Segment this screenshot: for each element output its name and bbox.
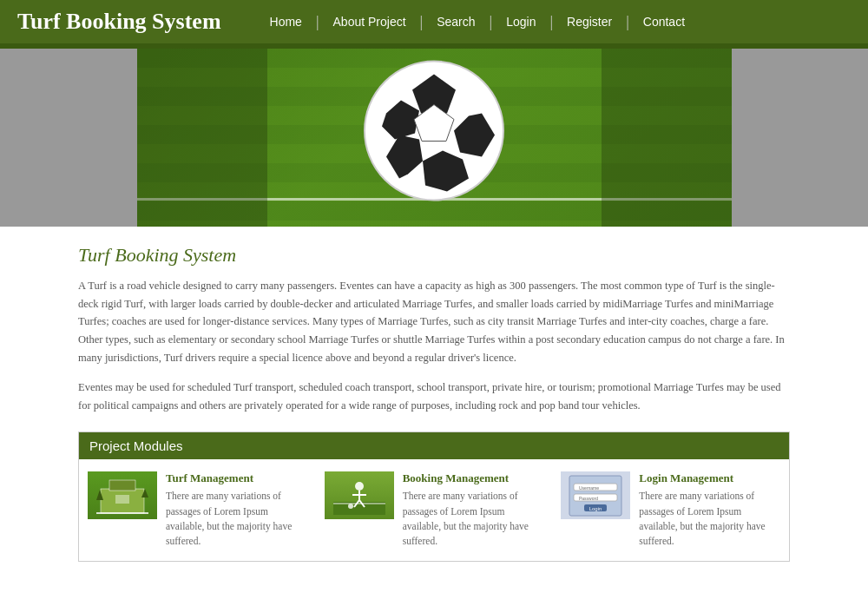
page-heading: Turf Booking System xyxy=(78,244,790,267)
svg-point-15 xyxy=(355,482,364,491)
module-turf-title: Turf Management xyxy=(166,471,307,485)
module-booking-text: There are many variations of passages of… xyxy=(403,489,544,549)
module-booking-title: Booking Management xyxy=(403,471,544,485)
intro-text: A Turf is a road vehicle designed to car… xyxy=(78,277,790,366)
module-booking: Booking Management There are many variat… xyxy=(325,471,544,549)
nav-search[interactable]: Search xyxy=(423,15,489,29)
svg-text:Password: Password xyxy=(579,496,598,501)
nav-contact[interactable]: Contact xyxy=(629,15,699,29)
modules-header: Project Modules xyxy=(79,432,789,459)
module-login: Login Username Password Login Management… xyxy=(561,471,780,549)
svg-rect-8 xyxy=(109,480,135,491)
module-turf-thumb xyxy=(88,471,157,519)
hero-image xyxy=(137,49,732,227)
module-booking-content: Booking Management There are many variat… xyxy=(403,471,544,549)
module-login-thumb: Login Username Password xyxy=(561,471,630,519)
modules-section: Project Modules xyxy=(78,432,790,562)
svg-point-20 xyxy=(348,504,353,509)
module-login-title: Login Management xyxy=(639,471,780,485)
content-area: Turf Booking System A Turf is a road veh… xyxy=(61,227,807,593)
module-booking-thumb xyxy=(325,471,394,519)
main-nav: Home | About Project | Search | Login | … xyxy=(256,14,851,38)
nav-register[interactable]: Register xyxy=(553,15,626,29)
svg-text:Login: Login xyxy=(589,506,602,511)
module-turf-text: There are many variations of passages of… xyxy=(166,489,307,549)
site-title: Turf Booking System xyxy=(17,9,221,43)
soccer-ball-icon xyxy=(360,56,508,204)
nav-home[interactable]: Home xyxy=(256,15,316,29)
module-turf-content: Turf Management There are many variation… xyxy=(166,471,307,549)
module-login-content: Login Management There are many variatio… xyxy=(639,471,780,549)
module-turf: Turf Management There are many variation… xyxy=(88,471,307,549)
nav-login[interactable]: Login xyxy=(492,15,549,29)
nav-about[interactable]: About Project xyxy=(319,15,420,29)
svg-text:Username: Username xyxy=(579,485,599,491)
second-text: Eventes may be used for scheduled Turf t… xyxy=(78,379,790,414)
modules-body: Turf Management There are many variation… xyxy=(79,459,789,561)
hero-container xyxy=(0,49,868,227)
module-login-text: There are many variations of passages of… xyxy=(639,489,780,549)
svg-rect-9 xyxy=(115,495,129,504)
